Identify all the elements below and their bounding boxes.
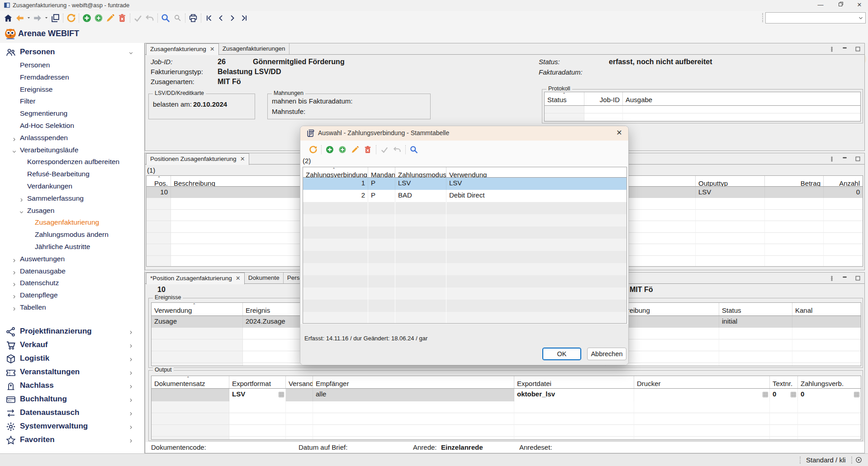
sidebar-item-datenausgabe[interactable]: Datenausgabe bbox=[0, 265, 145, 278]
sidebar-item-zusagen[interactable]: Zusagen bbox=[0, 205, 145, 217]
column-header[interactable]: Anzahl bbox=[824, 176, 863, 186]
sidebar-item-fremdadressen[interactable]: Fremdadressen bbox=[0, 71, 145, 84]
table-cell[interactable]: LSV bbox=[696, 187, 765, 198]
sidebar-item-auswertungen[interactable]: Auswertungen bbox=[0, 253, 145, 265]
chevron-right-icon[interactable] bbox=[12, 281, 17, 289]
panel-menu-icon[interactable] bbox=[829, 46, 835, 53]
window-minimize-button[interactable]: — bbox=[814, 1, 827, 9]
panel-minimize-icon[interactable] bbox=[842, 46, 848, 53]
table-row[interactable]: 1PLSVLSV bbox=[303, 178, 626, 190]
panel-menu-icon[interactable] bbox=[829, 275, 835, 282]
panel-maximize-icon[interactable] bbox=[855, 155, 861, 163]
column-header[interactable]: Outputtyp bbox=[696, 176, 765, 186]
table-cell[interactable]: Debit Direct bbox=[446, 190, 626, 202]
table-cell[interactable] bbox=[152, 389, 229, 401]
caret-icon[interactable] bbox=[26, 13, 31, 24]
column-header[interactable]: Dokumentensatz⌃ bbox=[152, 376, 229, 388]
nav-next-icon[interactable] bbox=[227, 13, 238, 24]
confirm-icon[interactable] bbox=[133, 13, 143, 24]
table-cell[interactable]: initial bbox=[719, 316, 792, 328]
chevron-right-icon[interactable] bbox=[12, 305, 17, 313]
table-cell[interactable]: 0 bbox=[824, 187, 863, 198]
grid-picker-icon[interactable] bbox=[762, 391, 768, 399]
undo-icon[interactable] bbox=[144, 13, 155, 24]
column-header[interactable]: Zahlungsmodus bbox=[395, 167, 446, 177]
grid-picker-icon[interactable] bbox=[854, 391, 860, 399]
search-icon[interactable] bbox=[408, 144, 419, 155]
sidebar-section-personen[interactable]: Personen bbox=[0, 46, 145, 59]
sidebar-item-refusé-bearbeitung[interactable]: Refusé-Bearbeitung bbox=[0, 168, 145, 180]
toolbar-drag-handle[interactable] bbox=[762, 13, 764, 22]
column-header[interactable]: Textnr. bbox=[770, 376, 798, 388]
column-header[interactable]: Verwendung bbox=[446, 167, 626, 177]
sidebar-item-filter[interactable]: Filter bbox=[0, 95, 145, 108]
sidebar-item-datenschutz[interactable]: Datenschutz bbox=[0, 277, 145, 289]
table-cell[interactable]: P bbox=[368, 190, 395, 202]
edit-icon[interactable] bbox=[105, 13, 116, 24]
sidebar-section-projektfinanzierung[interactable]: Projektfinanzierung bbox=[0, 325, 145, 339]
table-cell[interactable] bbox=[792, 316, 861, 328]
undo-icon[interactable] bbox=[392, 144, 403, 155]
table-cell[interactable]: 2 bbox=[303, 190, 368, 202]
table-cell[interactable]: oktober_lsv bbox=[514, 389, 634, 401]
sidebar-section-verkauf[interactable]: Verkauf bbox=[0, 339, 145, 352]
windows-icon[interactable] bbox=[50, 13, 61, 24]
sidebar-item-sammelerfassung[interactable]: Sammelerfassung bbox=[0, 193, 145, 205]
sidebar-item-anlassspenden[interactable]: Anlassspenden bbox=[0, 132, 145, 144]
panel-minimize-icon[interactable] bbox=[842, 155, 848, 163]
toolbar-combobox[interactable] bbox=[765, 12, 866, 24]
table-cell[interactable]: BAD bbox=[395, 190, 446, 202]
home-icon[interactable] bbox=[3, 13, 14, 24]
panel-maximize-icon[interactable] bbox=[855, 275, 861, 282]
column-header[interactable]: Status⌃ bbox=[545, 92, 584, 105]
add-icon[interactable] bbox=[324, 144, 335, 155]
column-header[interactable]: Mandant bbox=[368, 167, 395, 177]
chevron-right-icon[interactable] bbox=[128, 424, 133, 432]
table-cell[interactable]: 0 bbox=[798, 389, 861, 401]
sidebar-item-ereignisse[interactable]: Ereignisse bbox=[0, 84, 145, 96]
sidebar-section-logistik[interactable]: Logistik bbox=[0, 352, 145, 366]
chevron-right-icon[interactable] bbox=[128, 329, 133, 337]
chevron-right-icon[interactable] bbox=[12, 269, 17, 277]
dialog-titlebar[interactable]: Auswahl - Zahlungsverbindung - Stammtabe… bbox=[300, 126, 628, 141]
grid-picker-icon[interactable] bbox=[790, 391, 797, 399]
sidebar-item-tabellen[interactable]: Tabellen bbox=[0, 301, 145, 314]
column-header[interactable]: Empfänger bbox=[313, 376, 514, 388]
search-icon[interactable] bbox=[160, 13, 171, 24]
search-small-icon[interactable] bbox=[172, 13, 183, 24]
sidebar-section-systemverwaltung[interactable]: Systemverwaltung bbox=[0, 420, 145, 433]
table-cell[interactable]: P bbox=[368, 178, 395, 190]
column-header[interactable]: Exportdatei bbox=[514, 376, 634, 388]
table-cell[interactable]: 10 bbox=[147, 187, 171, 198]
table-cell[interactable] bbox=[634, 389, 770, 401]
window-close-button[interactable]: ✕ bbox=[853, 1, 866, 9]
sidebar-item-jährliche-austritte[interactable]: Jährliche Austritte bbox=[0, 241, 145, 253]
delete-icon[interactable] bbox=[362, 144, 373, 155]
chevron-right-icon[interactable] bbox=[128, 437, 133, 445]
cancel-button[interactable]: Abbrechen bbox=[587, 348, 626, 360]
grid-picker-icon[interactable] bbox=[278, 391, 285, 399]
caret-icon[interactable] bbox=[44, 13, 49, 24]
table-cell[interactable]: LSV bbox=[446, 178, 626, 190]
tab-dokumente[interactable]: Dokumente bbox=[245, 273, 284, 283]
column-header[interactable]: Zahlungsverbindung⌃ bbox=[303, 167, 368, 177]
confirm-icon[interactable] bbox=[379, 144, 390, 155]
refresh-icon[interactable] bbox=[308, 144, 318, 155]
sidebar-item-personen[interactable]: Personen bbox=[0, 59, 145, 71]
add-icon[interactable] bbox=[81, 13, 92, 24]
statusbar-info-icon[interactable] bbox=[855, 456, 863, 466]
sidebar-item-zahlungsmodus-ändern[interactable]: Zahlungsmodus ändern bbox=[0, 229, 145, 241]
chevron-down-icon[interactable] bbox=[12, 148, 17, 156]
sidebar-section-datenaustausch[interactable]: Datenaustausch bbox=[0, 406, 145, 420]
back-icon[interactable] bbox=[14, 13, 25, 24]
tab-zusagenfakturierungen[interactable]: Zusagenfakturierungen bbox=[219, 43, 289, 54]
add-copy-icon[interactable] bbox=[93, 13, 104, 24]
panel-maximize-icon[interactable] bbox=[855, 46, 861, 53]
window-restore-button[interactable] bbox=[834, 1, 848, 9]
sidebar-item-korrespondenzen-aufbereiten[interactable]: Korrespondenzen aufbereiten bbox=[0, 156, 145, 168]
column-header[interactable]: Kanal bbox=[792, 303, 861, 315]
tab--position-zusagenfakturierung[interactable]: *Position Zusagenfakturierung✕ bbox=[146, 273, 245, 284]
chevron-right-icon[interactable] bbox=[128, 369, 133, 377]
add-copy-icon[interactable] bbox=[337, 144, 348, 155]
chevron-right-icon[interactable] bbox=[128, 342, 133, 350]
